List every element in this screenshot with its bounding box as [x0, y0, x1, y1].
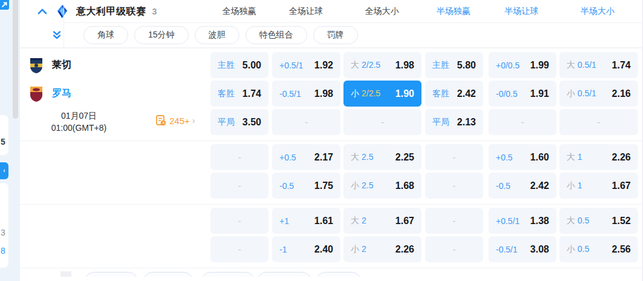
odds-value: 1.98 [395, 60, 414, 71]
odds-label: -0.5 [279, 181, 294, 191]
market-header-5[interactable]: 半场让球 [488, 6, 556, 17]
odds-cell[interactable]: +0.52.17 [272, 144, 340, 170]
home-team-row: 莱切 [20, 52, 71, 78]
odds-label: 大0.5 [567, 216, 589, 226]
sub-tab-cutoff [143, 272, 193, 277]
collapse-league-button[interactable] [36, 5, 48, 18]
odds-label: +0.5 [279, 153, 296, 162]
odds-cell-empty: - [425, 236, 483, 262]
odds-label: 小0.5 [567, 244, 589, 255]
odds-label: 大2/2.5 [351, 60, 380, 71]
scrollbar-thumb[interactable] [13, 0, 18, 119]
odds-line: 2 [362, 216, 366, 225]
odds-cell[interactable]: +0.5/11.92 [272, 52, 340, 78]
odds-value: 1.91 [530, 88, 549, 99]
dash: - [238, 153, 241, 162]
odds-cell[interactable]: +0.5/11.38 [489, 208, 556, 234]
odds-line: -0.5/1 [279, 89, 301, 99]
odds-cell[interactable]: -12.40 [272, 236, 340, 262]
corner-resize-button[interactable] [0, 0, 9, 10]
double-chevron-down-icon [52, 30, 62, 40]
odds-cell[interactable]: 大0.51.52 [559, 208, 638, 234]
odds-label: 平局 [432, 117, 449, 128]
odds-line: 平局 [432, 117, 449, 127]
odds-label: +0.5/1 [496, 216, 519, 226]
odds-line: 2.5 [362, 152, 373, 162]
odds-cell[interactable]: 大0.5/11.74 [559, 52, 638, 78]
odds-label: 大0.5/1 [567, 60, 596, 71]
odds-cell[interactable]: +11.61 [272, 208, 340, 234]
odds-line: 客胜 [432, 88, 449, 98]
odds-cell[interactable]: 小0.52.56 [559, 236, 638, 262]
odds-line: 0.5 [577, 244, 589, 254]
collapse-sidebar-button[interactable]: ‹ [0, 162, 8, 179]
market-header-4[interactable]: 半场独赢 [424, 6, 483, 17]
odds-line: +0.5 [496, 153, 513, 162]
odds-cell[interactable]: -0.52.42 [489, 173, 556, 199]
odds-value: 1.68 [395, 180, 414, 191]
odds-value: 2.16 [612, 88, 631, 99]
odds-cell[interactable]: 平局2.13 [425, 109, 483, 135]
odds-label-prefix: 小 [351, 180, 359, 190]
market-header-6[interactable]: 半场大小 [558, 6, 637, 17]
more-markets-link[interactable]: 245+ › [156, 115, 195, 126]
odds-cell[interactable]: 小2.51.68 [343, 173, 421, 199]
odds-cell[interactable]: -0/0.51.91 [489, 81, 556, 107]
market-header-1[interactable]: 全场独赢 [210, 6, 268, 17]
odds-value: 2.40 [314, 244, 333, 255]
odds-label: 客胜 [218, 88, 235, 99]
odds-rows: 主胜5.00+0.5/11.92大2/2.51.98主胜5.80+0/0.51.… [20, 52, 643, 268]
odds-cell[interactable]: +0/0.51.99 [489, 52, 556, 78]
odds-cell[interactable]: 小11.67 [559, 173, 638, 199]
odds-cell[interactable]: 大2.52.25 [343, 144, 421, 170]
sub-tab-4[interactable]: 特色组合 [246, 26, 307, 44]
odds-cell-selected[interactable]: 小2/2.51.90 [343, 81, 421, 107]
odds-cell[interactable]: -0.5/11.98 [272, 81, 340, 107]
odds-cell[interactable]: 平局3.50 [210, 109, 268, 135]
odds-cell[interactable]: -0.51.75 [272, 173, 340, 199]
odds-cell[interactable]: 客胜1.74 [210, 81, 268, 107]
dash: - [453, 245, 456, 254]
odds-cell[interactable]: 大12.26 [559, 144, 638, 170]
dash: - [238, 216, 241, 226]
odds-label-prefix: 小 [567, 180, 575, 190]
dash: - [597, 117, 600, 127]
odds-cell[interactable]: +0.51.60 [489, 144, 556, 170]
sub-tab-5[interactable]: 罚牌 [313, 26, 358, 44]
dash: - [238, 181, 241, 191]
odds-value: 2.26 [395, 244, 414, 255]
odds-cell-empty: - [425, 144, 483, 170]
cutoff-text: 8 [1, 246, 7, 256]
odds-value: 2.17 [314, 152, 333, 163]
chevron-up-icon [37, 8, 47, 15]
market-header-2[interactable]: 全场让球 [272, 6, 340, 17]
odds-value: 5.00 [242, 60, 261, 71]
cutoff-text: 3 [1, 228, 7, 237]
divider [20, 204, 643, 205]
odds-cell[interactable]: 大21.67 [343, 208, 421, 234]
sub-tab-2[interactable]: 15分钟 [134, 26, 189, 44]
odds-cell[interactable]: 主胜5.00 [210, 52, 268, 78]
divider [642, 0, 643, 281]
dash: - [381, 117, 384, 127]
odds-cell[interactable]: 小22.26 [343, 236, 421, 262]
dash: - [453, 181, 456, 191]
expand-all-button[interactable] [50, 28, 63, 42]
odds-value: 1.52 [612, 216, 631, 226]
odds-cell[interactable]: 客胜2.42 [425, 81, 483, 107]
odds-cell[interactable]: -0.5/13.08 [489, 236, 556, 262]
odds-value: 1.61 [314, 216, 333, 226]
sub-tab-1[interactable]: 角球 [83, 26, 128, 44]
odds-label-prefix: 大 [567, 216, 575, 225]
odds-cell[interactable]: 大2/2.51.98 [343, 52, 421, 78]
odds-value: 1.38 [530, 216, 549, 226]
odds-cell[interactable]: 主胜5.80 [425, 52, 483, 78]
odds-value: 1.75 [314, 180, 333, 191]
odds-value: 1.99 [530, 60, 549, 71]
market-header-3[interactable]: 全场大小 [343, 6, 421, 17]
odds-row: --12.40小22.26--0.5/13.08小0.52.56 [20, 236, 643, 262]
odds-cell[interactable]: 小0.5/12.16 [559, 81, 638, 107]
sub-tab-3[interactable]: 波胆 [195, 26, 239, 44]
league-name: 意大利甲级联赛 [76, 5, 146, 18]
odds-value: 1.90 [395, 88, 414, 99]
